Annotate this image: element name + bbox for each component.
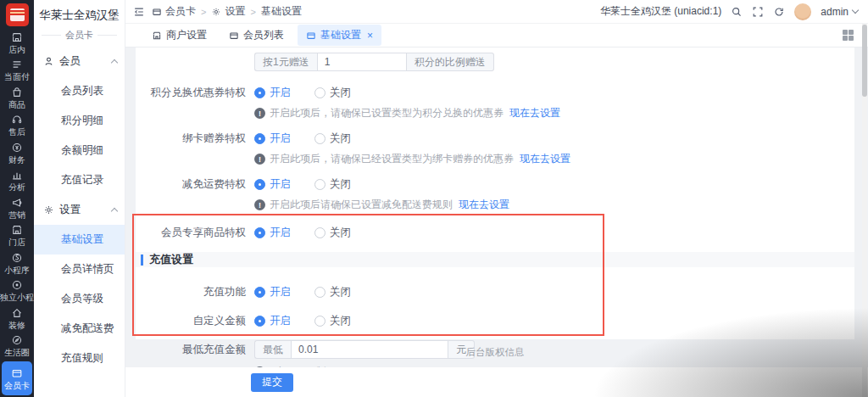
page-scrollbar — [862, 24, 867, 397]
form-hint: ! 开启此项后，请确保已设置类型为积分兑换的优惠券 现在去设置 — [254, 106, 854, 120]
radio-off[interactable]: 关闭 — [314, 226, 351, 240]
radio-off[interactable]: 关闭 — [314, 177, 351, 192]
user-icon — [43, 56, 54, 67]
radio-dot — [314, 227, 326, 238]
app-window: 店内 当面付 商品 售后 财务 分析 营销 门店 — [0, 0, 868, 397]
breadcrumb-item[interactable]: 会员卡 — [165, 4, 196, 19]
nav-item-recharge-rules[interactable]: 充值规则 — [34, 344, 125, 373]
nav-item-member-list[interactable]: 会员列表 — [34, 76, 125, 106]
rail-item-independent-miniprogram[interactable]: 独立小程序 — [2, 277, 32, 305]
radio-dot — [314, 87, 326, 98]
nav-item-basic-settings[interactable]: 基础设置 — [34, 225, 125, 254]
nav-item-member-level[interactable]: 会员等级 — [34, 284, 125, 314]
rail-item-aftersale[interactable]: 售后 — [2, 112, 32, 140]
tab-list-grid-icon[interactable] — [843, 30, 854, 41]
rail-item-decorate[interactable]: 装修 — [2, 305, 32, 333]
breadcrumb-item[interactable]: 设置 — [225, 4, 245, 19]
rail-item-lifecircle[interactable]: 生活圈 — [2, 333, 32, 361]
radio-on[interactable]: 开启 — [254, 226, 291, 240]
form-label: 绑卡赠券特权 — [136, 131, 254, 146]
shop-name: 华莱士全鸡汉堡 — [34, 8, 125, 23]
radio-dot — [314, 316, 326, 327]
submit-button[interactable]: 提交 — [251, 373, 293, 392]
form-row-points-ratio: 按1元赠送 积分的比例赠送 — [136, 53, 854, 71]
section-title: 充值设置 — [149, 252, 193, 267]
copyright-text: 后台版权信息 — [136, 346, 854, 359]
module-name: 会员卡 — [42, 29, 117, 42]
radio-dot — [314, 287, 326, 298]
nav-group-settings[interactable]: 设置 — [34, 195, 125, 225]
info-icon: ! — [254, 199, 265, 210]
radio-on[interactable]: 开启 — [254, 86, 291, 100]
rail-item-label: 当面付 — [4, 72, 30, 81]
rail-item-finance[interactable]: 财务 — [2, 139, 32, 167]
tab-member-list[interactable]: 会员列表 — [220, 25, 292, 46]
rail-item-label: 生活圈 — [4, 348, 30, 357]
radio-on[interactable]: 开启 — [254, 131, 291, 146]
tab-merchant-settings[interactable]: 商户设置 — [143, 25, 215, 46]
info-icon: ! — [254, 108, 265, 119]
secondary-sidebar: 华莱士全鸡汉堡 会员卡 会员 会员列表 积分明细 余额明细 充值记录 设置 基础… — [34, 0, 125, 397]
chevron-up-icon — [111, 208, 118, 215]
primary-sidebar: 店内 当面付 商品 售后 财务 分析 营销 门店 — [0, 0, 34, 397]
radio-off[interactable]: 关闭 — [314, 285, 351, 299]
avatar[interactable] — [794, 3, 811, 20]
top-bar-right: 华莱士全鸡汉堡 (uniacid:1) admin — [600, 3, 858, 20]
user-menu[interactable]: admin — [821, 6, 858, 18]
rail-item-miniprogram[interactable]: 小程序 — [2, 249, 32, 277]
search-icon[interactable] — [731, 6, 743, 18]
nav-item-member-detail-page[interactable]: 会员详情页 — [34, 254, 125, 284]
go-setup-link[interactable]: 现在去设置 — [520, 152, 570, 166]
radio-on[interactable]: 开启 — [254, 177, 291, 192]
nav-item-delivery-discount[interactable]: 减免配送费 — [34, 314, 125, 344]
rail-item-label: 商品 — [8, 100, 25, 109]
nav-item-recharge-record[interactable]: 充值记录 — [34, 165, 125, 195]
radio-off[interactable]: 关闭 — [314, 86, 351, 100]
nav-item-points-detail[interactable]: 积分明细 — [34, 106, 125, 136]
form-label: 积分兑换优惠券特权 — [136, 86, 254, 100]
form-row-member-exclusive: 会员专享商品特权 开启 关闭 — [136, 226, 854, 240]
radio-off[interactable]: 关闭 — [314, 314, 351, 328]
content-area: 按1元赠送 积分的比例赠送 积分兑换优惠券特权 开启 关闭 ! 开启此项后，请确… — [125, 48, 868, 367]
form-label: 充值功能 — [136, 285, 254, 299]
nav-item-balance-detail[interactable]: 余额明细 — [34, 136, 125, 165]
shopping-bag-icon — [11, 87, 23, 98]
close-tab-icon[interactable]: × — [367, 31, 373, 41]
tab-basic-settings[interactable]: 基础设置 × — [298, 25, 381, 46]
radio-on[interactable]: 开启 — [254, 314, 291, 328]
fullscreen-icon[interactable] — [752, 6, 764, 18]
money-icon — [11, 142, 23, 154]
rail-item-membercard[interactable]: 会员卡 — [2, 361, 32, 395]
scrollbar-thumb[interactable] — [862, 25, 867, 97]
chevron-up-icon — [111, 59, 118, 66]
brand-logo — [6, 3, 29, 26]
form-row-shipping-discount: 减免运费特权 开启 关闭 — [136, 177, 854, 192]
refresh-icon[interactable] — [773, 6, 785, 18]
go-setup-link[interactable]: 现在去设置 — [509, 106, 560, 120]
radio-dot — [254, 287, 265, 298]
form-hint: ! 开启此项后，请确保已经设置类型为绑卡赠券的优惠券 现在去设置 — [254, 152, 854, 166]
account-name: 华莱士全鸡汉堡 (uniacid:1) — [600, 4, 721, 19]
rail-item-stores[interactable]: 门店 — [2, 222, 32, 250]
rail-item-facepay[interactable]: 当面付 — [2, 57, 32, 85]
radio-off[interactable]: 关闭 — [314, 131, 351, 146]
collapse-sidebar-icon[interactable] — [133, 6, 145, 18]
rail-item-goods[interactable]: 商品 — [2, 84, 32, 112]
radio-on[interactable]: 开启 — [254, 285, 291, 299]
rail-item-marketing[interactable]: 营销 — [2, 194, 32, 222]
radio-group: 开启 关闭 — [254, 314, 351, 328]
points-ratio-input[interactable] — [317, 53, 407, 71]
rail-item-label: 小程序 — [4, 266, 30, 275]
compass-icon — [11, 334, 23, 346]
list-icon — [11, 59, 23, 70]
member-card-icon — [11, 367, 23, 379]
rail-item-analysis[interactable]: 分析 — [2, 167, 32, 195]
nav-group-member[interactable]: 会员 — [34, 47, 125, 76]
megaphone-icon — [11, 197, 23, 209]
go-setup-link[interactable]: 现在去设置 — [459, 198, 509, 212]
rail-item-label: 营销 — [8, 210, 25, 220]
input-suffix: 积分的比例赠送 — [407, 53, 494, 71]
rail-item-instore[interactable]: 店内 — [2, 29, 32, 57]
chevron-down-icon — [852, 7, 859, 14]
rail-item-label: 独立小程序 — [0, 293, 34, 302]
